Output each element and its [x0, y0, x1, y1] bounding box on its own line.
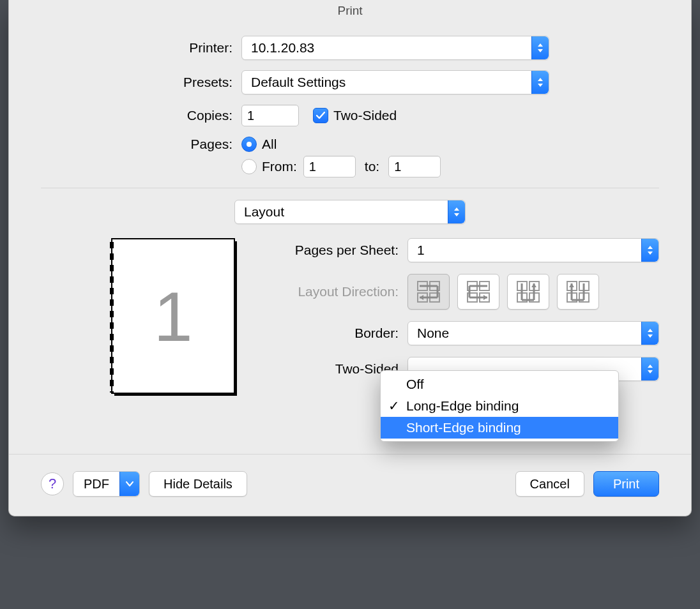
pages-per-sheet-select[interactable]: 1: [407, 238, 659, 262]
two-sided-menu: Off Long-Edge binding Short-Edge binding: [380, 370, 619, 442]
section-select[interactable]: Layout: [234, 200, 466, 224]
print-dialog: Print Printer: 10.1.20.83 Presets: Defau…: [8, 0, 692, 516]
pages-all-label: All: [262, 137, 277, 152]
help-button[interactable]: ?: [41, 472, 64, 495]
updown-icon: [531, 71, 549, 94]
layout-direction-4[interactable]: [557, 274, 599, 310]
presets-select[interactable]: Default Settings: [241, 70, 549, 94]
presets-label: Presets:: [41, 75, 241, 90]
page-preview: 1: [111, 238, 235, 394]
two-sided-checkbox[interactable]: [313, 108, 328, 123]
border-label: Border:: [258, 326, 407, 341]
pages-all-radio[interactable]: [241, 137, 257, 152]
pdf-menu-button[interactable]: PDF: [73, 471, 140, 497]
layout-direction-1[interactable]: [407, 274, 450, 310]
pages-per-sheet-label: Pages per Sheet:: [258, 243, 407, 258]
pages-to-input[interactable]: [388, 156, 441, 177]
separator: [41, 188, 659, 188]
two-sided-option-long-edge[interactable]: Long-Edge binding: [381, 395, 618, 417]
print-button[interactable]: Print: [593, 471, 659, 497]
copies-input[interactable]: [241, 105, 299, 126]
updown-icon: [641, 239, 658, 262]
cancel-button[interactable]: Cancel: [515, 471, 584, 497]
updown-icon: [531, 36, 549, 59]
border-select[interactable]: None: [407, 321, 659, 345]
two-sided-option-short-edge[interactable]: Short-Edge binding: [381, 417, 618, 439]
chevron-down-icon: [119, 472, 139, 496]
pages-from-input[interactable]: [303, 156, 356, 177]
pages-range-radio[interactable]: [241, 159, 257, 174]
layout-direction-2[interactable]: [457, 274, 499, 310]
updown-icon: [448, 200, 465, 223]
two-sided-label: Two-Sided: [333, 108, 397, 123]
dialog-title: Print: [9, 0, 691, 23]
updown-icon: [641, 357, 658, 380]
pages-label: Pages:: [41, 137, 241, 152]
two-sided-option-off[interactable]: Off: [381, 373, 618, 395]
updown-icon: [641, 322, 658, 345]
layout-direction-label: Layout Direction:: [258, 284, 407, 299]
hide-details-button[interactable]: Hide Details: [149, 471, 247, 497]
pages-to-label: to:: [365, 159, 379, 174]
layout-direction-3[interactable]: [507, 274, 549, 310]
printer-label: Printer:: [41, 40, 241, 56]
printer-select[interactable]: 10.1.20.83: [241, 36, 549, 60]
layout-direction-group: [407, 274, 599, 310]
copies-label: Copies:: [41, 108, 241, 123]
pages-from-label: From:: [262, 159, 297, 174]
